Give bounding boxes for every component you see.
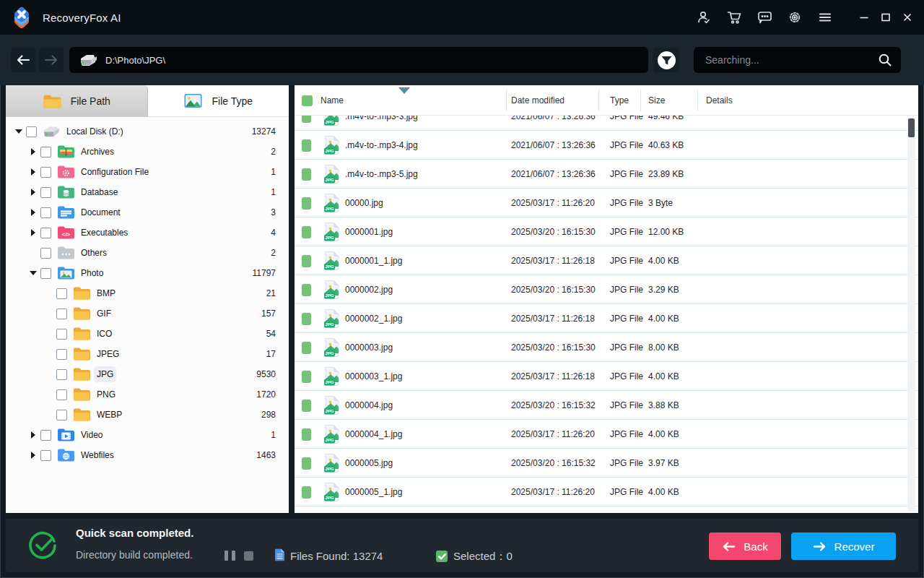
row-checkbox[interactable] <box>302 457 311 470</box>
tree-item[interactable]: Configuration File 1 <box>6 162 289 182</box>
minimize-button[interactable] <box>853 5 875 30</box>
tree-checkbox[interactable] <box>56 389 67 400</box>
expand-arrow-icon[interactable] <box>31 189 35 196</box>
row-checkbox[interactable] <box>302 255 311 267</box>
row-checkbox[interactable] <box>302 400 311 412</box>
chat-icon[interactable] <box>749 5 780 30</box>
tree-checkbox[interactable] <box>40 167 51 178</box>
tree-item[interactable]: Local Disk (D:) 13274 <box>6 121 289 142</box>
tree-item[interactable]: Database 1 <box>6 182 289 202</box>
tree-checkbox[interactable] <box>40 430 51 441</box>
file-row[interactable]: JPG 0000005.jpg 2025/03/20 : 16:15:32 JP… <box>295 449 918 478</box>
scrollbar-thumb[interactable] <box>908 118 915 137</box>
search-icon[interactable] <box>878 53 892 67</box>
close-button[interactable] <box>897 5 918 30</box>
expand-arrow-icon[interactable] <box>31 452 35 459</box>
file-row[interactable]: JPG 0000001.jpg 2025/03/20 : 16:15:30 JP… <box>295 217 918 246</box>
tree-checkbox[interactable] <box>56 349 67 360</box>
path-input[interactable]: D:\Photo\JPG\ <box>69 47 648 73</box>
cart-icon[interactable] <box>719 5 749 30</box>
back-nav-button[interactable] <box>11 48 35 72</box>
gear-icon[interactable] <box>780 5 810 30</box>
search-input[interactable] <box>694 54 878 66</box>
row-checkbox[interactable] <box>302 139 311 152</box>
tree-checkbox[interactable] <box>26 126 37 137</box>
expand-arrow-icon[interactable] <box>15 129 22 134</box>
expand-arrow-icon[interactable] <box>31 148 35 155</box>
tree-item[interactable]: Webfiles 1463 <box>6 445 289 465</box>
row-checkbox[interactable] <box>302 284 311 296</box>
tree-checkbox[interactable] <box>40 228 51 238</box>
tree-checkbox[interactable] <box>56 329 67 340</box>
file-row[interactable]: JPG 0000005_1.jpg 2025/03/17 : 11:26:20 … <box>295 478 918 506</box>
tree-item[interactable]: Others 2 <box>6 243 289 263</box>
tree-checkbox[interactable] <box>56 309 67 319</box>
file-row[interactable]: JPG 0000001_1.jpg 2025/03/17 : 11:26:18 … <box>295 246 918 275</box>
row-checkbox[interactable] <box>302 486 311 499</box>
forward-nav-button[interactable] <box>39 48 64 72</box>
row-checkbox[interactable] <box>302 371 311 383</box>
row-checkbox[interactable] <box>302 168 311 181</box>
column-header-type[interactable]: Type <box>610 85 629 116</box>
tree-item[interactable]: Archives 2 <box>6 142 289 162</box>
row-checkbox[interactable] <box>302 197 311 210</box>
tab-file-path[interactable]: File Path <box>6 85 148 117</box>
tree-item[interactable]: BMP 21 <box>6 283 289 303</box>
tree-item[interactable]: GIF 157 <box>6 303 289 324</box>
file-row[interactable]: JPG 0000003.jpg 2025/03/20 : 16:15:30 JP… <box>295 333 918 362</box>
file-row[interactable]: JPG 0000004_1.jpg 2025/03/17 : 11:26:20 … <box>295 420 918 449</box>
pause-icon[interactable] <box>225 551 235 561</box>
column-header-details[interactable]: Details <box>706 85 733 116</box>
file-row[interactable]: JPG 0000003_1.jpg 2025/03/17 : 11:26:18 … <box>295 362 918 391</box>
file-row[interactable]: JPG 0000002_1.jpg 2025/03/17 : 11:26:18 … <box>295 304 918 333</box>
expand-arrow-icon[interactable] <box>31 209 35 216</box>
tree-checkbox[interactable] <box>40 187 51 198</box>
file-row[interactable]: JPG 0000002.jpg 2025/03/20 : 16:15:30 JP… <box>295 275 918 304</box>
file-row[interactable]: JPG .m4v-to-.mp3-4.jpg 2021/06/07 : 13:2… <box>295 131 918 160</box>
tree-checkbox[interactable] <box>56 410 67 420</box>
tree-item[interactable]: WEBP 298 <box>6 405 289 425</box>
expand-arrow-icon[interactable] <box>31 229 35 236</box>
column-header-name[interactable]: Name <box>321 85 344 116</box>
tab-file-type[interactable]: File Type <box>148 85 289 117</box>
tree-checkbox[interactable] <box>40 268 51 279</box>
tree-checkbox[interactable] <box>56 369 67 380</box>
tree-checkbox[interactable] <box>40 147 51 158</box>
tree-item[interactable]: ICO 54 <box>6 324 289 344</box>
file-row[interactable]: JPG 0000004.jpg 2025/03/20 : 16:15:32 JP… <box>295 391 918 420</box>
tree-checkbox[interactable] <box>40 248 51 259</box>
tree-item[interactable]: Photo 11797 <box>6 263 289 283</box>
menu-icon[interactable] <box>810 5 840 30</box>
tree-item[interactable]: PNG 1720 <box>6 384 289 405</box>
stop-icon[interactable] <box>244 551 253 561</box>
file-row[interactable]: JPG .m4v-to-.mp3-3.jpg 2021/06/07 : 13:2… <box>295 116 918 131</box>
account-icon[interactable] <box>689 5 719 30</box>
row-checkbox[interactable] <box>302 342 311 354</box>
select-all-checkbox[interactable] <box>302 95 313 106</box>
tree-checkbox[interactable] <box>56 288 67 299</box>
row-checkbox[interactable] <box>302 428 311 441</box>
maximize-button[interactable] <box>875 5 897 30</box>
file-row[interactable]: JPG .m4v-to-.mp3-5.jpg 2021/06/07 : 13:2… <box>295 160 918 189</box>
file-row[interactable]: JPG 00000.jpg 2025/03/17 : 11:26:20 JPG … <box>295 189 918 217</box>
tree-item[interactable]: JPEG 17 <box>6 344 289 364</box>
recover-button[interactable]: Recover <box>791 532 896 560</box>
tree-checkbox[interactable] <box>40 450 51 461</box>
back-button[interactable]: Back <box>709 532 781 560</box>
svg-text:JPG: JPG <box>325 235 334 240</box>
row-checkbox[interactable] <box>302 116 311 123</box>
expand-arrow-icon[interactable] <box>30 271 37 275</box>
tree-item[interactable]: Video 1 <box>6 425 289 445</box>
tree-item[interactable]: Document 3 <box>6 202 289 223</box>
scrollbar[interactable] <box>907 117 915 512</box>
column-header-size[interactable]: Size <box>648 85 665 116</box>
tree-item[interactable]: JPG 9530 <box>6 364 289 384</box>
expand-arrow-icon[interactable] <box>31 431 35 439</box>
tree-checkbox[interactable] <box>40 207 51 218</box>
filter-button[interactable] <box>653 48 679 72</box>
tree-item[interactable]: </> Executables 4 <box>6 223 289 243</box>
row-checkbox[interactable] <box>302 313 311 325</box>
expand-arrow-icon[interactable] <box>31 168 35 176</box>
row-checkbox[interactable] <box>302 226 311 238</box>
column-header-date[interactable]: Date modified <box>511 85 565 116</box>
